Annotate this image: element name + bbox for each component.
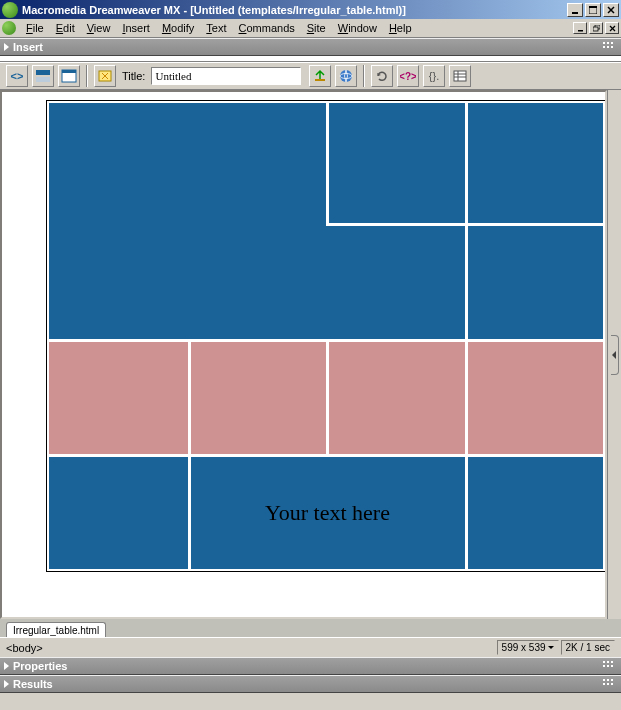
svg-rect-7 bbox=[593, 27, 598, 31]
svg-point-17 bbox=[340, 70, 352, 82]
refresh-button[interactable] bbox=[371, 65, 393, 87]
table-cell-text[interactable]: Your text here bbox=[188, 454, 465, 569]
preview-browser-button[interactable] bbox=[335, 65, 357, 87]
doc-restore-button[interactable] bbox=[589, 22, 603, 34]
download-stats: 2K / 1 sec bbox=[561, 640, 615, 655]
maximize-button[interactable] bbox=[585, 3, 601, 17]
menu-site[interactable]: Site bbox=[301, 20, 332, 36]
results-panel-header[interactable]: Results bbox=[0, 675, 621, 693]
minimize-button[interactable] bbox=[567, 3, 583, 17]
window-size-text: 599 x 539 bbox=[502, 642, 546, 653]
window-titlebar: Macromedia Dreamweaver MX - [Untitled (t… bbox=[0, 0, 621, 19]
right-panel-gutter bbox=[607, 90, 621, 619]
layout-table[interactable]: Your text here bbox=[46, 100, 606, 572]
menubar: File Edit View Insert Modify Text Comman… bbox=[0, 19, 621, 38]
svg-text:{}.: {}. bbox=[429, 70, 439, 82]
live-data-button[interactable] bbox=[94, 65, 116, 87]
table-cell[interactable] bbox=[326, 339, 465, 454]
menu-file[interactable]: File bbox=[20, 20, 50, 36]
svg-rect-2 bbox=[589, 6, 597, 8]
file-tab[interactable]: Irregular_table.html bbox=[6, 622, 106, 637]
table-cell[interactable] bbox=[326, 223, 465, 339]
menu-text[interactable]: Text bbox=[200, 20, 232, 36]
menu-commands[interactable]: Commands bbox=[233, 20, 301, 36]
properties-panel-label: Properties bbox=[13, 660, 67, 672]
file-tab-row: Irregular_table.html bbox=[0, 619, 621, 637]
app-icon bbox=[2, 2, 18, 18]
svg-rect-12 bbox=[36, 77, 50, 82]
document-window-controls bbox=[573, 22, 619, 34]
svg-rect-21 bbox=[454, 71, 466, 81]
table-cell[interactable] bbox=[465, 454, 604, 569]
design-view-button[interactable] bbox=[58, 65, 80, 87]
document-icon[interactable] bbox=[2, 21, 16, 35]
toolbar-separator bbox=[363, 65, 365, 87]
results-panel-label: Results bbox=[13, 678, 53, 690]
properties-panel-header[interactable]: Properties bbox=[0, 657, 621, 675]
file-management-button[interactable] bbox=[309, 65, 331, 87]
window-title: Macromedia Dreamweaver MX - [Untitled (t… bbox=[22, 4, 567, 16]
tag-selector[interactable]: <body> bbox=[6, 642, 495, 654]
svg-rect-0 bbox=[572, 12, 578, 14]
menu-modify[interactable]: Modify bbox=[156, 20, 200, 36]
code-view-button[interactable]: <> bbox=[6, 65, 28, 87]
menu-help[interactable]: Help bbox=[383, 20, 418, 36]
insert-panel-label: Insert bbox=[13, 41, 43, 53]
document-toolbar: <> Title: <?> {}. bbox=[0, 62, 621, 90]
code-navigation-button[interactable]: {}. bbox=[423, 65, 445, 87]
close-button[interactable] bbox=[603, 3, 619, 17]
panel-grip-icon[interactable] bbox=[603, 679, 617, 689]
table-cell[interactable] bbox=[49, 454, 188, 569]
menu-window[interactable]: Window bbox=[332, 20, 383, 36]
file-tab-label: Irregular_table.html bbox=[13, 625, 99, 636]
svg-text:<>: <> bbox=[11, 70, 24, 82]
table-cell[interactable] bbox=[326, 103, 465, 223]
table-cell[interactable] bbox=[465, 339, 604, 454]
panel-grip-icon[interactable] bbox=[603, 661, 617, 671]
table-cell[interactable] bbox=[49, 339, 188, 454]
svg-rect-16 bbox=[315, 79, 325, 81]
download-stats-text: 2K / 1 sec bbox=[566, 642, 610, 653]
design-canvas[interactable]: Your text here bbox=[0, 90, 607, 619]
dropdown-arrow-icon bbox=[548, 646, 554, 649]
doc-close-button[interactable] bbox=[605, 22, 619, 34]
svg-rect-11 bbox=[36, 70, 50, 75]
window-size-selector[interactable]: 599 x 539 bbox=[497, 640, 559, 655]
insert-panel-header[interactable]: Insert bbox=[0, 38, 621, 56]
expand-triangle-icon bbox=[4, 662, 9, 670]
menu-edit[interactable]: Edit bbox=[50, 20, 81, 36]
table-cell[interactable] bbox=[49, 103, 326, 339]
table-cell[interactable] bbox=[188, 339, 327, 454]
tag-selector-text: <body> bbox=[6, 642, 43, 654]
svg-rect-5 bbox=[578, 30, 583, 32]
svg-rect-14 bbox=[62, 70, 76, 73]
expand-triangle-icon bbox=[4, 680, 9, 688]
title-label: Title: bbox=[122, 70, 145, 82]
toolbar-separator bbox=[86, 65, 88, 87]
view-options-button[interactable] bbox=[449, 65, 471, 87]
expand-triangle-icon bbox=[4, 43, 9, 51]
menu-insert[interactable]: Insert bbox=[116, 20, 156, 36]
svg-text:<?>: <?> bbox=[400, 71, 416, 82]
title-input[interactable] bbox=[151, 67, 301, 85]
reference-button[interactable]: <?> bbox=[397, 65, 419, 87]
doc-minimize-button[interactable] bbox=[573, 22, 587, 34]
placeholder-text: Your text here bbox=[265, 500, 390, 525]
split-view-button[interactable] bbox=[32, 65, 54, 87]
panel-grip-icon[interactable] bbox=[603, 42, 617, 52]
menu-view[interactable]: View bbox=[81, 20, 117, 36]
table-cell[interactable] bbox=[465, 103, 604, 223]
expand-panels-button[interactable] bbox=[611, 335, 619, 375]
status-bar: <body> 599 x 539 2K / 1 sec bbox=[0, 637, 621, 657]
table-cell[interactable] bbox=[465, 223, 604, 339]
window-controls bbox=[567, 3, 619, 17]
